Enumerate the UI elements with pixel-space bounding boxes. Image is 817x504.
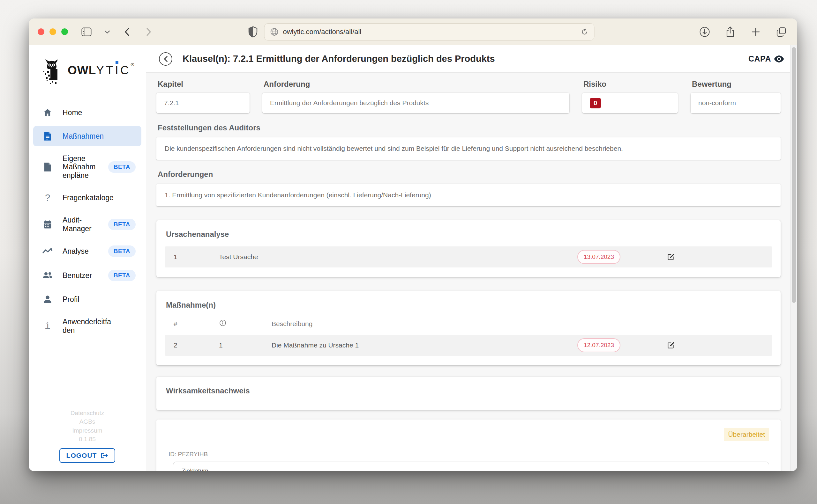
- back-circle-button[interactable]: [159, 52, 172, 66]
- logout-button[interactable]: LOGOUT: [59, 448, 115, 463]
- sidebar-item-label: Audit-Manager: [63, 216, 99, 233]
- sidebar-item-label: Benutzer: [63, 271, 92, 280]
- risiko-label: Risiko: [583, 80, 677, 89]
- forward-button[interactable]: [142, 25, 156, 39]
- sidebar-item-label: Profil: [63, 295, 79, 303]
- chevron-down-icon[interactable]: [100, 25, 114, 39]
- shield-icon[interactable]: [248, 26, 258, 38]
- row-number: 1: [168, 253, 219, 261]
- trending-chart-icon: [42, 246, 53, 257]
- kapitel-value: 7.2.1: [164, 99, 179, 107]
- sidebar-item-anwenderleitfaden[interactable]: i Anwenderleitfaden: [33, 313, 141, 339]
- share-icon[interactable]: [723, 25, 737, 39]
- sidebar-item-audit-manager[interactable]: Audit-Manager BETA: [33, 211, 141, 237]
- risiko-field[interactable]: 0: [582, 93, 678, 113]
- feststellungen-heading: Feststellungen des Auditors: [158, 123, 779, 132]
- row-ref: 1: [219, 341, 272, 349]
- logo-wordmark: OWLYTIC®: [68, 64, 135, 77]
- beta-badge: BETA: [108, 161, 136, 173]
- zieldatum-field[interactable]: Zieldatum 16.07.2023: [173, 462, 769, 471]
- sidebar: OWLYTIC® Home Maßnahmen: [29, 45, 146, 471]
- anforderung-field[interactable]: Ermittlung der Anforderungen bezüglich d…: [262, 93, 569, 113]
- logout-button-label: LOGOUT: [66, 452, 97, 459]
- link-impressum[interactable]: Impressum: [29, 426, 146, 435]
- row-text: Test Ursache: [219, 253, 577, 261]
- date-badge: 13.07.2023: [577, 250, 621, 264]
- calendar-icon: [42, 219, 53, 230]
- bewertung-field[interactable]: non-conform: [691, 93, 781, 113]
- sidebar-item-analyse[interactable]: Analyse BETA: [33, 241, 141, 262]
- browser-window: owlytic.com/actions/all/all: [29, 18, 797, 471]
- minimize-window-button[interactable]: [49, 28, 56, 35]
- beta-badge: BETA: [108, 270, 136, 281]
- anforderung-label: Anforderung: [264, 80, 568, 89]
- close-window-button[interactable]: [38, 28, 44, 35]
- main-area: Klausel(n): 7.2.1 Ermittlung der Anforde…: [146, 45, 797, 471]
- sidebar-toggle-icon[interactable]: [79, 25, 93, 39]
- info-circle-icon: [219, 319, 272, 328]
- sidebar-item-fragenkataloge[interactable]: ? Fragenkataloge: [33, 187, 141, 208]
- scrollbar-thumb[interactable]: [792, 47, 796, 303]
- page-header: Klausel(n): 7.2.1 Ermittlung der Anforde…: [146, 45, 797, 73]
- tab-overview-icon[interactable]: [774, 25, 788, 39]
- globe-icon: [270, 28, 279, 36]
- date-badge: 12.07.2023: [577, 338, 621, 352]
- document-icon: [42, 131, 53, 142]
- massnahmen-heading: Maßnahme(n): [166, 301, 771, 310]
- anforderung-value: Ermittlung der Anforderungen bezüglich d…: [270, 99, 429, 107]
- link-datenschutz[interactable]: Datenschutz: [29, 409, 146, 418]
- app-logo: OWLYTIC®: [29, 54, 146, 95]
- row-number: 2: [168, 341, 219, 349]
- sidebar-item-massnahmen[interactable]: Maßnahmen: [33, 126, 141, 146]
- table-row[interactable]: 2 1 Die Maßnahme zu Ursache 1 12.07.2023: [165, 335, 772, 356]
- col-description-header: Beschreibung: [272, 320, 769, 328]
- link-agbs[interactable]: AGBs: [29, 417, 146, 426]
- back-button[interactable]: [120, 25, 134, 39]
- maximize-window-button[interactable]: [61, 28, 68, 35]
- new-tab-icon[interactable]: [749, 25, 763, 39]
- users-icon: [42, 270, 53, 281]
- row-text: Die Maßnahme zu Ursache 1: [272, 341, 577, 349]
- page-scrollbar[interactable]: [790, 45, 797, 471]
- eye-icon: [774, 55, 784, 63]
- edit-icon[interactable]: [662, 252, 680, 262]
- info-icon: i: [42, 321, 53, 332]
- anforderungen-heading: Anforderungen: [158, 170, 779, 179]
- beta-badge: BETA: [108, 245, 136, 257]
- reload-icon[interactable]: [581, 28, 588, 36]
- capa-toggle[interactable]: CAPA: [748, 54, 784, 63]
- owl-logo-icon: [42, 58, 66, 87]
- beta-badge: BETA: [108, 219, 136, 230]
- ursachenanalyse-heading: Ursachenanalyse: [166, 230, 771, 239]
- edit-icon[interactable]: [662, 340, 680, 350]
- zieldatum-label: Zieldatum: [181, 467, 761, 471]
- browser-toolbar: owlytic.com/actions/all/all: [29, 18, 797, 45]
- kapitel-label: Kapitel: [158, 80, 248, 89]
- table-row[interactable]: 1 Test Ursache 13.07.2023: [165, 246, 772, 267]
- toolbar-divider: [97, 26, 97, 37]
- sidebar-item-label: Fragenkataloge: [63, 194, 114, 202]
- address-bar[interactable]: owlytic.com/actions/all/all: [264, 23, 594, 40]
- downloads-icon[interactable]: [698, 25, 712, 39]
- col-number-header: #: [168, 320, 219, 328]
- capa-label: CAPA: [748, 54, 771, 63]
- table-header-row: # Beschreibung: [165, 317, 772, 335]
- file-icon: [42, 162, 53, 172]
- question-mark-icon: ?: [42, 192, 53, 203]
- record-id: ID: PFZRYIHB: [168, 451, 769, 458]
- status-badge: Überarbeitet: [724, 428, 769, 441]
- sidebar-item-eigene-massnahmenplaene[interactable]: Eigene Maßnahmenpläne BETA: [33, 150, 141, 184]
- window-controls: [38, 28, 68, 35]
- sidebar-item-benutzer[interactable]: Benutzer BETA: [33, 265, 141, 286]
- sidebar-item-profil[interactable]: Profil: [33, 289, 141, 310]
- kapitel-field[interactable]: 7.2.1: [156, 93, 250, 113]
- page-title: Klausel(n): 7.2.1 Ermittlung der Anforde…: [182, 54, 495, 64]
- feststellungen-text: Die kundenspezifischen Anforderungen sin…: [156, 137, 781, 160]
- detail-card: Überarbeitet ID: PFZRYIHB Zieldatum 16.0…: [156, 420, 781, 471]
- sidebar-nav: Home Maßnahmen Eigene Maßnahmenpläne BET…: [29, 101, 146, 341]
- sidebar-item-home[interactable]: Home: [33, 102, 141, 123]
- home-icon: [42, 107, 53, 118]
- page-content: Kapitel 7.2.1 Anforderung Ermittlung der…: [146, 73, 797, 471]
- sidebar-item-label: Home: [63, 108, 82, 117]
- sidebar-footer: Datenschutz AGBs Impressum 0.1.85 LOGOUT: [29, 409, 146, 471]
